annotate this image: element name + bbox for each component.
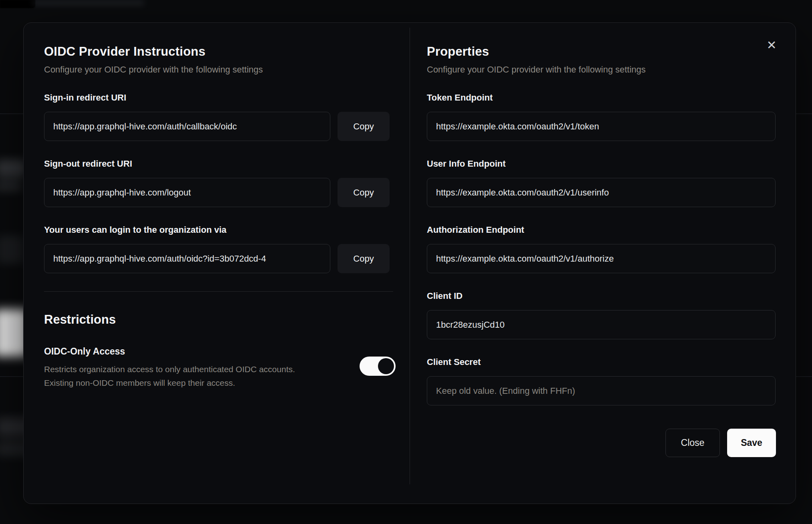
token-endpoint-input[interactable] xyxy=(427,112,776,141)
authorization-endpoint-label: Authorization Endpoint xyxy=(427,225,776,235)
oidc-settings-dialog: ✕ OIDC Provider Instructions Configure y… xyxy=(23,22,796,504)
copy-signin-redirect-button[interactable]: Copy xyxy=(338,112,390,141)
signin-redirect-input[interactable] xyxy=(44,112,330,141)
client-secret-input[interactable] xyxy=(427,376,776,405)
token-endpoint-field: Token Endpoint xyxy=(427,93,776,141)
userinfo-endpoint-label: User Info Endpoint xyxy=(427,159,776,169)
instructions-title: OIDC Provider Instructions xyxy=(44,44,390,59)
properties-title: Properties xyxy=(427,44,776,59)
copy-organization-login-button[interactable]: Copy xyxy=(338,244,390,273)
section-divider xyxy=(44,291,393,292)
oidc-only-access-description: Restricts organization access to only au… xyxy=(44,363,360,389)
toggle-thumb xyxy=(378,358,394,374)
oidc-only-access-label: OIDC-Only Access xyxy=(44,346,360,357)
organization-login-field: Your users can login to the organization… xyxy=(44,225,390,273)
signin-redirect-field: Sign-in redirect URI Copy xyxy=(44,93,390,141)
instructions-pane: OIDC Provider Instructions Configure you… xyxy=(24,23,410,504)
client-id-label: Client ID xyxy=(427,291,776,301)
userinfo-endpoint-input[interactable] xyxy=(427,178,776,207)
authorization-endpoint-field: Authorization Endpoint xyxy=(427,225,776,273)
token-endpoint-label: Token Endpoint xyxy=(427,93,776,103)
backdrop-blurred-text xyxy=(0,236,24,264)
client-secret-field: Client Secret xyxy=(427,357,776,405)
instructions-subtitle: Configure your OIDC provider with the fo… xyxy=(44,64,390,75)
backdrop-blurred-smudge xyxy=(32,0,144,6)
restrictions-title: Restrictions xyxy=(44,312,390,327)
signin-redirect-label: Sign-in redirect URI xyxy=(44,93,390,103)
backdrop-blurred-block xyxy=(0,0,35,8)
backdrop-blurred-text xyxy=(0,179,22,191)
authorization-endpoint-input[interactable] xyxy=(427,244,776,273)
signout-redirect-field: Sign-out redirect URI Copy xyxy=(44,159,390,207)
client-id-field: Client ID xyxy=(427,291,776,339)
properties-pane: Properties Configure your OIDC provider … xyxy=(410,23,796,504)
properties-subtitle: Configure your OIDC provider with the fo… xyxy=(427,64,776,75)
organization-login-input[interactable] xyxy=(44,244,330,273)
oidc-only-access-toggle[interactable] xyxy=(360,357,396,376)
client-id-input[interactable] xyxy=(427,310,776,339)
signout-redirect-input[interactable] xyxy=(44,178,330,207)
userinfo-endpoint-field: User Info Endpoint xyxy=(427,159,776,207)
client-secret-label: Client Secret xyxy=(427,357,776,367)
oidc-only-access-row: OIDC-Only Access Restricts organization … xyxy=(44,346,396,389)
copy-signout-redirect-button[interactable]: Copy xyxy=(338,178,390,207)
organization-login-label: Your users can login to the organization… xyxy=(44,225,390,235)
signout-redirect-label: Sign-out redirect URI xyxy=(44,159,390,169)
save-button[interactable]: Save xyxy=(727,429,776,457)
close-button[interactable]: Close xyxy=(665,429,720,457)
backdrop-blurred-text xyxy=(0,159,26,177)
dialog-actions: Close Save xyxy=(427,429,776,457)
